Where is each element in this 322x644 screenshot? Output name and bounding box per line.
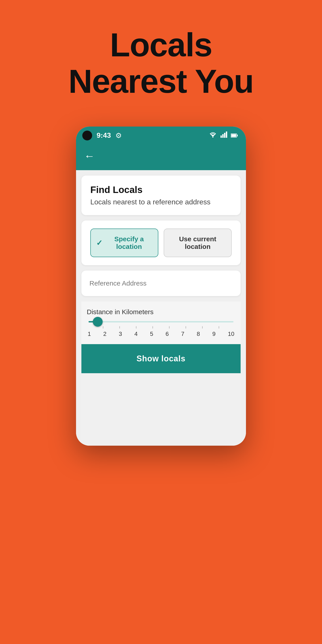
location-toggle-card: ✓ Specify a location Use current locatio… (82, 220, 240, 265)
svg-rect-6 (231, 134, 236, 137)
slider-label-6: 6 (166, 330, 168, 338)
camera-dot (82, 130, 92, 140)
slider-label-10: 10 (228, 330, 234, 338)
slider-thumb[interactable] (93, 317, 103, 327)
slider-label-4: 4 (134, 330, 138, 338)
card-subtitle: Locals nearest to a reference address (90, 198, 232, 206)
slider-ticks (87, 326, 235, 329)
slider-label-7: 7 (181, 330, 184, 338)
app-bar: ← (76, 144, 246, 170)
slider-label-2: 2 (103, 330, 106, 338)
svg-rect-3 (224, 133, 226, 138)
slider-labels: 1 2 3 4 5 6 7 8 9 10 (87, 330, 235, 338)
battery-icon (231, 132, 238, 139)
svg-rect-2 (222, 134, 224, 138)
status-time: 9:43 (96, 131, 111, 140)
svg-rect-4 (226, 132, 227, 138)
specify-location-label: Specify a location (106, 235, 152, 250)
specify-location-button[interactable]: ✓ Specify a location (90, 228, 158, 257)
card-title: Find Locals (90, 184, 232, 195)
slider-label-8: 8 (197, 330, 200, 338)
svg-point-0 (212, 137, 214, 138)
slider-label-9: 9 (212, 330, 215, 338)
phone-mockup: 9:43 ⚙ (76, 126, 246, 446)
slider-label-5: 5 (150, 330, 153, 338)
back-button[interactable]: ← (84, 150, 95, 162)
check-icon: ✓ (96, 238, 102, 247)
wifi-icon (209, 132, 217, 139)
show-locals-button[interactable]: Show locals (82, 344, 240, 373)
status-bar: 9:43 ⚙ (76, 126, 246, 144)
slider-label-3: 3 (119, 330, 122, 338)
bottom-area (82, 373, 240, 440)
status-icons (209, 132, 238, 139)
slider-label-1: 1 (88, 330, 91, 338)
use-current-location-button[interactable]: Use current location (164, 228, 232, 257)
current-location-label: Use current location (170, 235, 226, 250)
settings-icon: ⚙ (116, 131, 122, 140)
distance-section: Distance in Kilometers 1 (82, 302, 240, 344)
reference-address-input[interactable] (82, 270, 240, 296)
svg-rect-7 (237, 134, 238, 136)
address-input-card (82, 270, 240, 296)
distance-slider-container (87, 321, 235, 322)
content-area: Find Locals Locals nearest to a referenc… (76, 170, 246, 446)
find-locals-card: Find Locals Locals nearest to a referenc… (82, 176, 240, 215)
slider-track (88, 321, 234, 322)
svg-rect-1 (220, 136, 222, 138)
hero-title: Locals Nearest You (68, 27, 254, 100)
signal-icon (220, 132, 227, 139)
distance-label: Distance in Kilometers (87, 308, 235, 316)
